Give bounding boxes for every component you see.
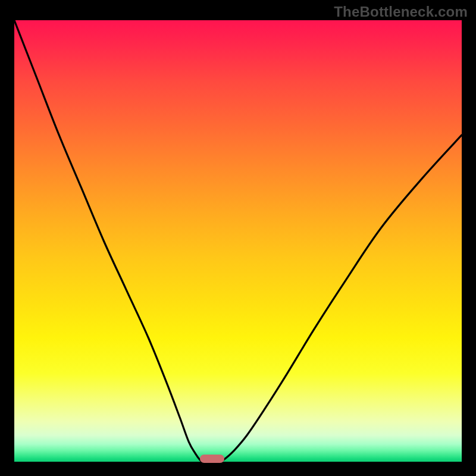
curve-left-branch xyxy=(14,20,202,462)
watermark-text: TheBottleneck.com xyxy=(334,4,468,20)
bottleneck-curves xyxy=(14,20,462,462)
optimal-zone-marker xyxy=(200,455,224,463)
plot-area xyxy=(14,20,462,462)
curve-right-branch xyxy=(220,135,462,462)
chart-frame: TheBottleneck.com xyxy=(0,0,476,476)
